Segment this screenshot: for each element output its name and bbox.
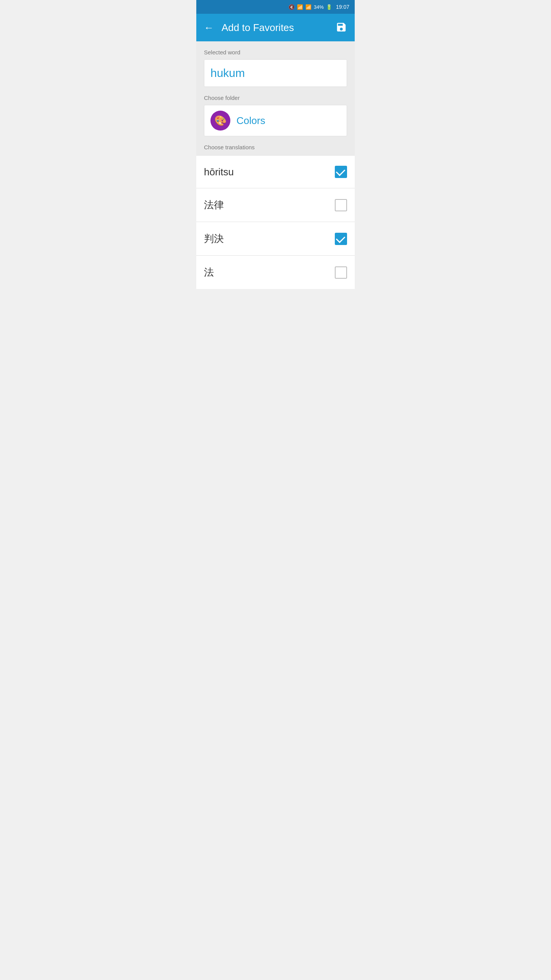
app-bar-left: ← Add to Favorites bbox=[202, 20, 294, 35]
battery-percent: 34% bbox=[314, 4, 324, 10]
choose-folder-label: Choose folder bbox=[204, 95, 347, 101]
save-button[interactable] bbox=[334, 20, 349, 36]
translation-text: hōritsu bbox=[204, 166, 234, 178]
translation-text: 判決 bbox=[204, 232, 224, 245]
back-button[interactable]: ← bbox=[202, 20, 215, 35]
translation-checkbox[interactable] bbox=[335, 266, 347, 279]
page-title: Add to Favorites bbox=[222, 22, 294, 34]
app-bar: ← Add to Favorites bbox=[196, 14, 355, 41]
folder-icon-circle: 🎨 bbox=[210, 111, 230, 131]
translation-text: 法律 bbox=[204, 198, 224, 212]
translation-text: 法 bbox=[204, 266, 214, 279]
translation-item[interactable]: 法律 bbox=[196, 188, 355, 222]
word-input-container[interactable]: hukum bbox=[204, 59, 347, 87]
folder-name: Colors bbox=[236, 115, 265, 127]
wifi-icon: 📶 bbox=[297, 4, 303, 10]
translation-item[interactable]: hōritsu bbox=[196, 156, 355, 188]
translations-list: hōritsu法律判決法 bbox=[196, 156, 355, 289]
status-bar: 🔇 📶 📶 34% 🔋 19:07 bbox=[196, 0, 355, 14]
mute-icon: 🔇 bbox=[289, 4, 295, 10]
battery-icon: 🔋 bbox=[326, 4, 332, 10]
translation-checkbox[interactable] bbox=[335, 199, 347, 211]
translation-checkbox[interactable] bbox=[335, 233, 347, 245]
status-icons: 🔇 📶 📶 34% 🔋 19:07 bbox=[289, 4, 349, 10]
translation-checkbox[interactable] bbox=[335, 166, 347, 178]
selected-word-section: Selected word hukum bbox=[204, 49, 347, 87]
translation-item[interactable]: 判決 bbox=[196, 222, 355, 256]
choose-folder-section: Choose folder 🎨 Colors bbox=[204, 95, 347, 136]
status-time: 19:07 bbox=[336, 4, 349, 10]
choose-translations-label: Choose translations bbox=[204, 144, 347, 156]
folder-selector[interactable]: 🎨 Colors bbox=[204, 105, 347, 136]
selected-word-label: Selected word bbox=[204, 49, 347, 56]
palette-icon: 🎨 bbox=[214, 115, 227, 127]
selected-word-value: hukum bbox=[210, 67, 245, 79]
content-area: Selected word hukum Choose folder 🎨 Colo… bbox=[196, 41, 355, 289]
translation-item[interactable]: 法 bbox=[196, 256, 355, 289]
signal-icon: 📶 bbox=[305, 4, 311, 10]
save-icon bbox=[336, 21, 347, 33]
